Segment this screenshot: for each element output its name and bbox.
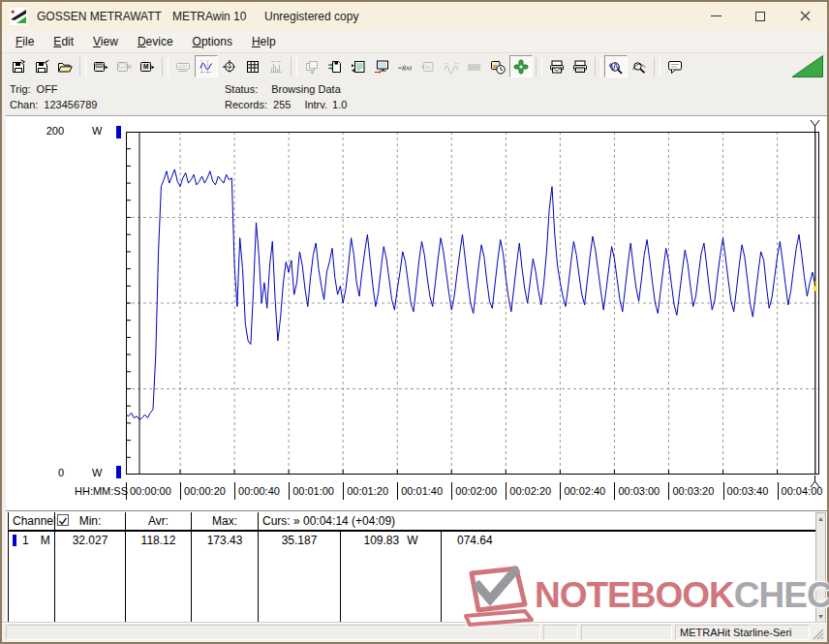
statusbar-panel-3 [581,625,672,640]
title-brand: GOSSEN METRAWATT [37,10,172,23]
device-321-icon: 321 [93,59,108,75]
print-button[interactable] [568,55,592,77]
x-tick [614,482,615,500]
menu-view[interactable]: View [83,32,128,51]
cell-cursor-b-unit: W [407,534,417,547]
x-tick [126,482,127,500]
device-io-icon: 321 [420,59,436,75]
open-button[interactable] [53,55,77,77]
device-settings-button: 321 [416,55,440,77]
device-stop-button [112,55,136,77]
header-channel: Channel: [8,512,54,530]
menu-edit[interactable]: Edit [44,32,83,51]
chart-panel: 200 W 0 W HH:MM:SS 00:00:0000:00:2000:00… [6,115,827,510]
cursor-mode-button[interactable] [218,55,241,77]
header-min: Min: [54,512,125,530]
x-tick [668,482,669,500]
live-record-button[interactable] [509,55,533,77]
printer-mail-icon [549,59,565,75]
store-disk-button[interactable] [323,55,347,77]
x-tick-label: 00:01:00 [292,485,334,497]
table-header-row: Channel: Min: Avr: Max: Curs: » 00:04:14… [8,512,816,532]
list-transfer-icon [351,59,366,75]
analog-wave-button [440,55,463,77]
zoom-window-button[interactable] [628,55,651,77]
menu-file[interactable]: File [6,32,44,51]
waveform-plot[interactable] [126,132,819,475]
close-button[interactable] [783,2,827,30]
maximize-button[interactable] [738,2,783,30]
x-tick-label: 00:00:40 [238,485,280,497]
menu-help[interactable]: Help [242,32,286,51]
records-label: Records: [225,99,267,110]
scroll-up-icon[interactable]: ▲ [816,513,825,524]
print-report-button[interactable] [545,55,568,77]
printer-icon [572,59,588,75]
toolbar-separator [595,57,601,77]
x-tick-label: 00:01:40 [401,485,443,497]
close-icon [800,11,811,21]
y-min-unit: W [92,467,102,478]
channel-visible-checkbox[interactable] [57,514,69,526]
channel-setup-button[interactable] [347,55,370,77]
svg-text:=f(x): =f(x) [398,64,413,72]
noise-wave-button [463,55,486,77]
device-memory-button[interactable]: M [136,55,159,77]
annotation-button[interactable] [663,55,687,77]
resize-grip[interactable] [813,625,825,640]
numeric-display-button: 1257 [171,55,195,77]
menu-device[interactable]: Device [128,32,183,51]
zoom-curve-icon [631,59,647,75]
formula-button[interactable]: =f(x) [393,55,416,77]
cell-avr: 118.12 [125,532,191,623]
timer-icon: 32 [490,59,506,75]
channel-color-bar [13,535,16,546]
x-tick [723,482,724,500]
menu-options[interactable]: Options [183,32,242,51]
cell-channel: 1 M [8,532,54,623]
toolbar-separator [291,57,297,77]
title-bar: GOSSEN METRAWATT METRAwin 10 Unregistere… [2,2,827,30]
toolbar: 321M1257=f(x)32132 [2,52,827,79]
notebookcheck-watermark: NOTEBOOKCHECK [461,565,829,627]
status-value: Browsing Data [271,83,341,95]
device-read-button[interactable]: 321 [89,55,112,77]
clover-icon [513,59,529,75]
toolbar-separator [536,57,542,77]
speech-bubble-icon [667,59,683,75]
statusbar-panel-1 [6,625,540,640]
x-tick-label: 00:00:00 [130,485,171,497]
x-tick-label: 00:03:00 [618,485,660,497]
cursor-handle-bottom[interactable] [810,475,820,488]
histogram-icon [268,59,284,75]
menu-bar: FileEditViewDeviceOptionsHelp [2,30,827,52]
time-axis-format-label: HH:MM:SS [45,485,128,497]
toolbar-separator [654,57,660,77]
save-as-button[interactable] [30,55,53,77]
cell-cursor-a: 35.187 [258,532,340,623]
x-tick [451,482,452,500]
wave-dense-icon [467,59,482,75]
curve-view-button[interactable] [195,55,218,77]
y-min-label: 0 [15,467,64,478]
x-tick [180,482,181,500]
save-button[interactable] [7,55,30,77]
x-tick-label: 00:03:40 [727,485,769,497]
acquisition-info-panel: Trig:OFF Chan:123456789 Status:Browsing … [2,78,827,115]
zoom-x-button[interactable] [604,55,628,77]
statusbar-panel-2 [543,625,578,640]
device-x-icon [116,59,132,75]
display-1257-icon: 1257 [175,59,191,75]
minimize-button[interactable] [693,2,738,30]
y-max-unit: W [92,125,102,137]
cursor-handle-top[interactable] [810,119,820,133]
folder-open-icon [57,59,73,75]
online-monitor-button[interactable] [370,55,393,77]
table-view-button[interactable] [241,55,264,77]
x-tick [397,482,398,500]
title-app: METRAwin 10 [172,10,264,23]
svg-text:M: M [143,63,148,70]
record-timer-button[interactable]: 32 [486,55,509,77]
svg-text:1257: 1257 [178,64,188,69]
device-m-icon: M [139,59,155,75]
